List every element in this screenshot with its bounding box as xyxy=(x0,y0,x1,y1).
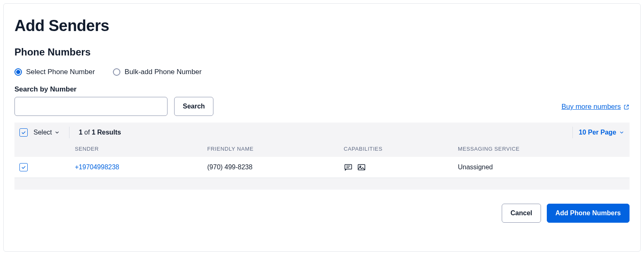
chevron-down-icon xyxy=(54,130,60,135)
select-all-checkbox[interactable] xyxy=(19,128,28,137)
radio-label: Select Phone Number xyxy=(26,68,95,76)
col-friendly: FRIENDLY NAME xyxy=(207,146,344,152)
radio-label: Bulk-add Phone Number xyxy=(124,68,201,76)
radio-select-phone[interactable]: Select Phone Number xyxy=(14,68,95,76)
radio-circle-icon xyxy=(113,68,120,76)
chevron-down-icon xyxy=(619,130,625,135)
col-sender: SENDER xyxy=(75,146,207,152)
search-row: Search by Number Search Buy more numbers xyxy=(14,85,630,116)
sms-icon xyxy=(344,163,353,172)
select-label: Select xyxy=(34,129,52,136)
table-footer xyxy=(14,178,630,190)
results-count: 1 of 1 Results xyxy=(79,129,121,136)
check-icon xyxy=(21,164,26,170)
mode-radios: Select Phone Number Bulk-add Phone Numbe… xyxy=(14,68,630,76)
row-checkbox[interactable] xyxy=(19,163,28,171)
add-phone-numbers-button[interactable]: Add Phone Numbers xyxy=(547,204,630,223)
buy-more-numbers-link[interactable]: Buy more numbers xyxy=(561,103,630,111)
search-left: Search by Number Search xyxy=(14,85,213,116)
radio-dot-icon xyxy=(14,68,22,76)
search-input[interactable] xyxy=(14,97,168,116)
search-button[interactable]: Search xyxy=(174,97,213,116)
section-title: Phone Numbers xyxy=(14,46,630,58)
divider xyxy=(69,127,69,138)
buy-link-text: Buy more numbers xyxy=(561,103,621,111)
radio-bulk-add[interactable]: Bulk-add Phone Number xyxy=(113,68,201,76)
add-senders-panel: Add Senders Phone Numbers Select Phone N… xyxy=(3,3,641,252)
results-table: Select 1 of 1 Results 10 Per Page SENDER… xyxy=(14,123,630,190)
svg-rect-0 xyxy=(345,165,352,169)
external-link-icon xyxy=(623,104,630,110)
table-toolbar: Select 1 of 1 Results 10 Per Page xyxy=(14,123,630,142)
per-page-dropdown[interactable]: 10 Per Page xyxy=(572,127,625,138)
col-service: MESSAGING SERVICE xyxy=(458,146,625,152)
search-block: Search by Number xyxy=(14,85,168,116)
per-page-label: 10 Per Page xyxy=(579,129,616,136)
mms-icon xyxy=(357,163,366,172)
col-capabilities: CAPABILITIES xyxy=(344,146,458,152)
table-row: +19704998238 (970) 499-8238 xyxy=(14,157,630,178)
friendly-cell: (970) 499-8238 xyxy=(207,164,344,171)
capabilities-cell xyxy=(344,163,458,172)
service-cell: Unassigned xyxy=(458,164,625,171)
sender-link[interactable]: +19704998238 xyxy=(75,164,119,171)
cancel-button[interactable]: Cancel xyxy=(502,204,541,223)
action-buttons: Cancel Add Phone Numbers xyxy=(14,204,630,223)
select-dropdown[interactable]: Select xyxy=(31,127,62,138)
results-of: of xyxy=(84,129,90,136)
results-total: 1 Results xyxy=(92,129,121,136)
table-header: SENDER FRIENDLY NAME CAPABILITIES MESSAG… xyxy=(14,142,630,157)
results-current: 1 xyxy=(79,129,82,136)
check-icon xyxy=(21,130,26,135)
search-label: Search by Number xyxy=(14,85,168,94)
page-title: Add Senders xyxy=(14,17,630,35)
